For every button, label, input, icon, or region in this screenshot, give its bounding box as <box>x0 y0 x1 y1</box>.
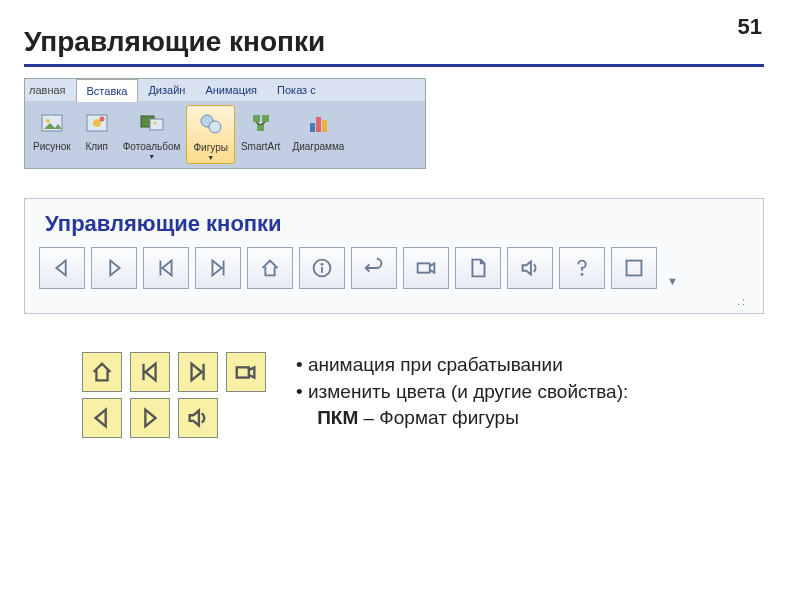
note-line-2: изменить цвета (и другие свойства): <box>308 381 628 402</box>
ribbon-label: Фотоальбом <box>123 141 181 152</box>
action-return-button[interactable] <box>351 247 397 289</box>
dropdown-icon: ▼ <box>207 154 214 161</box>
svg-rect-12 <box>150 119 163 130</box>
svg-rect-19 <box>310 123 315 132</box>
action-info-button[interactable] <box>299 247 345 289</box>
panel-more-dropdown[interactable]: ▼ <box>667 275 681 287</box>
tab-slideshow[interactable]: Показ с <box>267 79 326 101</box>
ribbon-body: РисунокКлипФотоальбом▼Фигуры▼SmartArtДиа… <box>25 101 425 168</box>
tab-home-clipped[interactable]: лавная <box>25 79 76 101</box>
ribbon-label: Клип <box>85 141 108 152</box>
yellow-buttons-row-2 <box>82 398 218 438</box>
ribbon-clip-button[interactable]: Клип <box>77 105 117 164</box>
sample-home-button[interactable] <box>82 352 122 392</box>
svg-point-10 <box>99 117 104 122</box>
tab-design[interactable]: Дизайн <box>138 79 195 101</box>
sample-last-button[interactable] <box>178 352 218 392</box>
ribbon-label: Диаграмма <box>292 141 344 152</box>
clip-icon <box>83 109 111 137</box>
ribbon: лавная Вставка Дизайн Анимация Показ с Р… <box>24 78 426 169</box>
title-rule <box>24 64 764 67</box>
action-custom-button[interactable] <box>611 247 657 289</box>
svg-rect-17 <box>262 115 269 122</box>
action-back-button[interactable] <box>39 247 85 289</box>
sample-forward-button[interactable] <box>130 398 170 438</box>
album-icon <box>138 109 166 137</box>
chart-icon <box>304 109 332 137</box>
tab-insert[interactable]: Вставка <box>76 79 139 102</box>
ribbon-tabs: лавная Вставка Дизайн Анимация Показ с <box>25 79 425 101</box>
tab-animation[interactable]: Анимация <box>195 79 267 101</box>
action-home-button[interactable] <box>247 247 293 289</box>
svg-rect-16 <box>253 115 260 122</box>
svg-rect-20 <box>316 117 321 132</box>
sample-first-button[interactable] <box>130 352 170 392</box>
svg-point-7 <box>46 119 50 123</box>
smartart-icon <box>247 109 275 137</box>
svg-rect-18 <box>257 124 264 131</box>
action-sound-button[interactable] <box>507 247 553 289</box>
ribbon-chart-button[interactable]: Диаграмма <box>286 105 350 164</box>
dropdown-icon: ▼ <box>148 153 155 160</box>
note-rest: – Формат фигуры <box>358 407 519 428</box>
shapes-icon <box>197 110 225 138</box>
sample-back-button[interactable] <box>82 398 122 438</box>
notes: • анимация при срабатывании • изменить ц… <box>296 352 628 432</box>
action-first-button[interactable] <box>143 247 189 289</box>
ribbon-picture-button[interactable]: Рисунок <box>27 105 77 164</box>
svg-rect-21 <box>322 120 327 132</box>
panel-resize-grip[interactable]: .: <box>35 295 753 307</box>
ribbon-shapes-button[interactable]: Фигуры▼ <box>186 105 234 164</box>
svg-point-15 <box>209 121 221 133</box>
action-buttons-row: ▼ <box>35 247 753 295</box>
yellow-buttons-row-1 <box>82 352 266 392</box>
ribbon-smartart-button[interactable]: SmartArt <box>235 105 286 164</box>
page-number: 51 <box>738 14 762 40</box>
action-movie-button[interactable] <box>403 247 449 289</box>
note-line-1: анимация при срабатывании <box>308 354 563 375</box>
action-document-button[interactable] <box>455 247 501 289</box>
ribbon-label: Рисунок <box>33 141 71 152</box>
page-title: Управляющие кнопки <box>24 26 325 58</box>
action-last-button[interactable] <box>195 247 241 289</box>
ribbon-label: SmartArt <box>241 141 280 152</box>
note-bold: ПКМ <box>317 407 358 428</box>
picture-icon <box>38 109 66 137</box>
sample-movie-button[interactable] <box>226 352 266 392</box>
ribbon-album-button[interactable]: Фотоальбом▼ <box>117 105 187 164</box>
action-help-button[interactable] <box>559 247 605 289</box>
panel-title: Управляющие кнопки <box>45 211 753 237</box>
svg-point-13 <box>153 122 156 125</box>
sample-sound-button[interactable] <box>178 398 218 438</box>
ribbon-label: Фигуры <box>193 142 227 153</box>
action-forward-button[interactable] <box>91 247 137 289</box>
svg-point-9 <box>93 119 101 127</box>
action-buttons-panel: Управляющие кнопки ▼ .: <box>24 198 764 314</box>
